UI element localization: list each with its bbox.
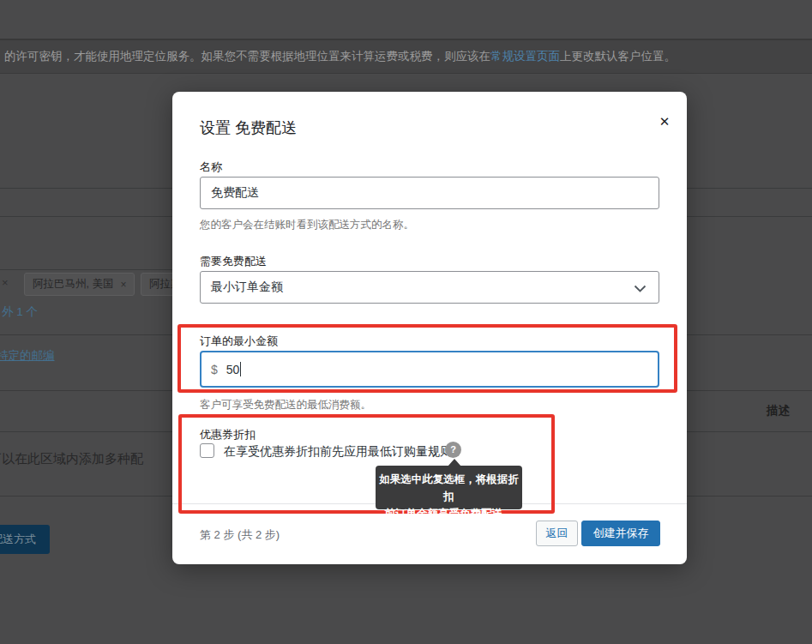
text-caret [240,362,241,376]
geolocation-notice: 的许可密钥，才能使用地理定位服务。如果您不需要根据地理位置来计算运费或税费，则应… [0,39,812,74]
chip-label: 阿拉巴马州, 美国 [33,277,113,292]
chevron-down-icon [634,285,647,293]
amount-input-value: 50 [226,363,240,376]
name-field-label: 名称 [200,159,222,175]
create-and-save-button[interactable]: 创建并保存 [581,521,660,546]
notice-text-after: 上更改默认客户位置。 [560,49,676,64]
tooltip-line1: 如果选中此复选框，将根据折扣 [376,471,522,505]
chip-remove-icon[interactable]: × [2,276,9,289]
postcode-link[interactable]: 特定的邮编 [0,348,55,364]
region-chip: 阿拉巴马州, 美国 × [24,273,135,296]
divider [0,269,180,270]
chip-remove-icon[interactable]: × [120,279,126,291]
minimum-amount-input[interactable]: $ 50 [200,351,659,388]
tooltip-arrow [448,459,461,466]
help-icon[interactable]: ? [445,442,461,458]
amount-field-label: 订单的最小金额 [200,334,278,349]
requires-select-value: 最小订单金额 [211,280,283,295]
back-button[interactable]: 返回 [536,521,578,546]
name-field-help: 您的客户会在结账时看到该配送方式的名称。 [200,218,414,232]
amount-field-help: 客户可享受免费配送的最低消费额。 [200,398,371,412]
requires-field-label: 需要免费配送 [200,254,267,269]
tooltip-line2: 前订单金额享受免费配送。 [376,505,522,522]
more-regions-link[interactable]: 外 1 个 [2,304,38,320]
close-icon[interactable]: ✕ [655,112,674,131]
coupon-help-tooltip: 如果选中此复选框，将根据折扣 前订单金额享受免费配送。 [376,466,522,509]
zone-hint-text: 可以在此区域内添加多种配 [0,451,143,467]
description-column-header: 描述 [767,403,790,418]
general-settings-link[interactable]: 常规设置页面 [490,49,560,64]
coupon-checkbox-label: 在享受优惠券折扣前先应用最低订购量规则 [224,444,452,460]
requires-select[interactable]: 最小订单金额 [200,271,659,304]
notice-text-before: 的许可密钥，才能使用地理定位服务。如果您不需要根据地理位置来计算运费或税费，则应… [4,49,490,64]
name-input-value: 免费配送 [211,185,259,201]
currency-symbol: $ [211,363,218,376]
coupon-checkbox[interactable] [200,443,214,458]
name-input[interactable]: 免费配送 [200,177,659,209]
add-shipping-method-button[interactable]: 配送方式 [0,525,50,554]
coupon-field-label: 优惠券折扣 [200,427,256,442]
free-shipping-setup-modal: 设置 免费配送 ✕ 名称 免费配送 您的客户会在结账时看到该配送方式的名称。 需… [172,92,687,564]
step-indicator: 第 2 步 (共 2 步) [200,527,280,543]
modal-title: 设置 免费配送 [200,117,297,138]
